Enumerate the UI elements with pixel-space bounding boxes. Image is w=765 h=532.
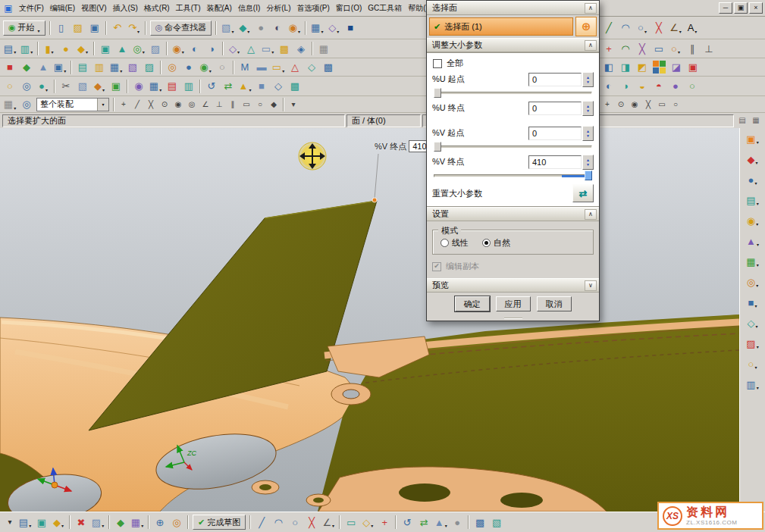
menubar-item[interactable]: 格式(R): [141, 1, 173, 16]
toolbar-icon[interactable]: ◨: [618, 60, 633, 75]
color-palette-icon[interactable]: [652, 60, 666, 74]
arc-tool-icon[interactable]: ◠: [618, 41, 633, 56]
type-filter-icon[interactable]: ▦▾: [2, 97, 17, 112]
trim-body-icon[interactable]: ▭▾: [260, 41, 275, 56]
sweep-icon[interactable]: ◆▾: [75, 41, 90, 56]
chamfer-icon[interactable]: △: [243, 41, 259, 56]
snap-perpendicular-icon[interactable]: ⊥: [213, 99, 225, 111]
toolbar-icon[interactable]: ◩: [635, 60, 650, 75]
edge-blend-icon[interactable]: ◇▾: [227, 41, 242, 56]
param-slider[interactable]: [434, 171, 592, 180]
snap-parallel-icon[interactable]: ∥: [227, 99, 239, 111]
collapse-icon[interactable]: ∨: [585, 280, 597, 291]
snap-angle-icon[interactable]: ∠: [199, 99, 212, 111]
sketch-icon[interactable]: ▤▾: [2, 41, 17, 56]
bottom-toolbar-icon[interactable]: ▤▾: [17, 515, 33, 530]
datum-plane-icon[interactable]: ▥▾: [19, 41, 34, 56]
slider-thumb[interactable]: [434, 88, 441, 98]
bottom-toolbar-icon[interactable]: ▾: [4, 516, 16, 528]
snap-quadrant-icon[interactable]: ◉: [172, 99, 184, 111]
sketch-circle-icon[interactable]: ○: [287, 515, 303, 530]
toolbar-icon[interactable]: ◓: [651, 79, 666, 94]
right-toolbar-icon[interactable]: ▦▾: [744, 254, 762, 269]
drag-handle[interactable]: [372, 198, 377, 202]
selection-scope-dropdown[interactable]: 整个装配▾: [36, 98, 109, 111]
toolbar-icon[interactable]: ●▾: [36, 79, 51, 94]
orient-view-icon[interactable]: ◆▾: [237, 20, 252, 36]
toolbar-icon[interactable]: ◧: [601, 60, 616, 75]
rotate-icon[interactable]: ↺: [400, 515, 415, 530]
toolbar-icon[interactable]: ●: [668, 79, 683, 94]
chevron-down-icon[interactable]: ▾: [97, 99, 108, 111]
layer-settings-icon[interactable]: ▦▾: [309, 20, 324, 36]
toolbar-icon[interactable]: ●: [181, 60, 196, 75]
bottom-toolbar-icon[interactable]: +: [377, 515, 392, 530]
more-snap-options-icon[interactable]: ▾: [287, 99, 299, 111]
undo-icon[interactable]: ↶: [110, 20, 125, 36]
bottom-toolbar-icon[interactable]: ◆: [113, 515, 128, 530]
hole-icon[interactable]: ▣: [98, 41, 113, 56]
bottom-toolbar-icon[interactable]: ◇▾: [360, 515, 375, 530]
menubar-item[interactable]: 分析(L): [263, 1, 293, 16]
right-toolbar-icon[interactable]: ◎▾: [744, 274, 762, 289]
bottom-toolbar-icon[interactable]: ∠▾: [321, 515, 336, 530]
mode-radio[interactable]: 自然: [482, 237, 510, 249]
menubar-item[interactable]: 编辑(E): [47, 1, 78, 16]
restore-button[interactable]: ▣: [734, 2, 748, 14]
minimize-button[interactable]: ─: [719, 2, 732, 14]
finish-sketch-button[interactable]: ✔完成草图: [193, 515, 246, 530]
param-input[interactable]: 0: [528, 127, 582, 140]
studio-spline-icon[interactable]: ╳: [651, 20, 666, 36]
expression-icon[interactable]: ▦: [316, 41, 331, 56]
toolbar-icon[interactable]: ▬: [254, 60, 269, 75]
instance-feature-icon[interactable]: ◈: [293, 41, 309, 56]
rotate-view-icon[interactable]: ↺: [204, 79, 219, 94]
right-toolbar-icon[interactable]: ▤▾: [744, 192, 762, 208]
move-component-icon[interactable]: M: [237, 60, 252, 75]
dialog-resize-grip[interactable]: [427, 315, 599, 321]
param-input[interactable]: 410: [528, 155, 582, 169]
toolbar-icon[interactable]: ▥: [181, 79, 196, 94]
circle-icon[interactable]: ○▾: [635, 20, 650, 36]
open-file-icon[interactable]: ▨: [71, 20, 86, 36]
right-toolbar-icon[interactable]: ▨▾: [744, 336, 762, 351]
toolbar-icon[interactable]: ▤: [165, 79, 180, 94]
ellipse-icon[interactable]: ○▾: [668, 41, 683, 56]
right-toolbar-icon[interactable]: ◉▾: [744, 213, 762, 228]
snap-arc-center-icon[interactable]: ⊙: [158, 99, 171, 111]
spinner-button[interactable]: ▲▼: [582, 155, 594, 170]
dialog-section-select-face[interactable]: 选择面 ∧: [427, 1, 599, 15]
collapse-icon[interactable]: ∧: [585, 3, 597, 14]
general-selection-icon[interactable]: ◎: [19, 97, 34, 112]
profile-icon[interactable]: ∠▾: [668, 20, 683, 36]
toolbar-icon[interactable]: ▭: [656, 99, 668, 111]
toolbar-icon[interactable]: ▣: [685, 60, 701, 75]
right-toolbar-icon[interactable]: ▣▾: [744, 131, 762, 146]
spinner-button[interactable]: ▲▼: [582, 101, 594, 116]
menubar-item[interactable]: GC工具箱: [365, 1, 405, 16]
wcs-icon[interactable]: ◇▾: [326, 20, 341, 36]
bottom-toolbar-icon[interactable]: ⊕: [152, 515, 168, 530]
unite-icon[interactable]: ◉▾: [171, 41, 186, 56]
right-toolbar-icon[interactable]: ▲▾: [744, 233, 762, 249]
subtract-icon[interactable]: ◐: [187, 41, 202, 56]
shell-icon[interactable]: ▨: [148, 41, 163, 56]
toolbar-icon[interactable]: ▲: [36, 60, 51, 75]
toolbar-icon[interactable]: ▦▾: [148, 79, 163, 94]
model-canvas[interactable]: ZC: [0, 128, 739, 512]
param-slider[interactable]: [434, 142, 592, 152]
graphics-window[interactable]: ZC: [0, 128, 739, 512]
trim-icon[interactable]: ✂: [58, 79, 74, 94]
bottom-toolbar-icon[interactable]: ▧: [489, 515, 504, 530]
sketch-arc-icon[interactable]: ◠: [271, 515, 286, 530]
wireframe-view-icon[interactable]: ◐: [270, 20, 285, 36]
all-checkbox-row[interactable]: 全部: [427, 56, 599, 70]
display-mode-icon[interactable]: ▧▾: [220, 20, 235, 36]
menubar-item[interactable]: 首选项(P): [294, 1, 333, 16]
toolbar-icon[interactable]: ▤: [75, 60, 90, 75]
toolbar-icon[interactable]: ╳: [642, 99, 654, 111]
toolbar-icon[interactable]: ▲▾: [237, 79, 252, 94]
spinner-button[interactable]: ▲▼: [582, 126, 594, 141]
right-toolbar-icon[interactable]: ◇▾: [744, 315, 762, 330]
menubar-item[interactable]: 文件(F): [16, 1, 47, 16]
